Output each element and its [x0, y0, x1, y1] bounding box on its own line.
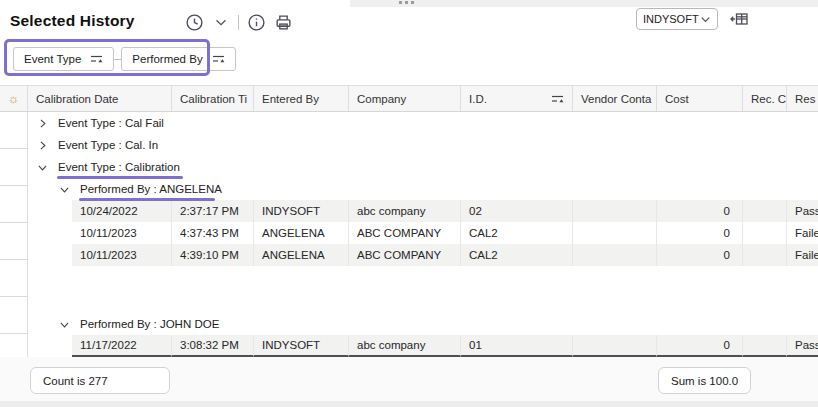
cell-company: ABC COMPANY: [349, 222, 461, 244]
history-clock-button[interactable]: [184, 12, 204, 32]
column-header-result[interactable]: Res: [787, 86, 818, 111]
toolbar: [184, 12, 293, 32]
cell-entered-by: INDYSOFT: [254, 335, 349, 357]
cell-calibration-date: 10/11/2023: [72, 244, 172, 266]
cell-company: ABC COMPANY: [349, 244, 461, 266]
group-row-label: Event Type : Calibration: [58, 161, 180, 173]
collapse-chevron-down-icon[interactable]: [36, 161, 49, 174]
cell-cost: 0: [657, 222, 743, 244]
row-indicator-header[interactable]: ☼: [0, 86, 28, 111]
clock-icon: [185, 13, 204, 32]
toolbar-divider: [238, 15, 239, 30]
cell-entered-by: ANGELENA: [254, 244, 349, 266]
drag-handle[interactable]: [399, 1, 414, 4]
chevron-down-icon: [213, 14, 229, 30]
group-chip-performed-by[interactable]: Performed By: [121, 47, 235, 71]
group-row-cal-fail[interactable]: Event Type : Cal Fail: [28, 112, 818, 134]
cell-rec-cost: [743, 244, 787, 266]
cell-cost: 0: [657, 200, 743, 222]
cell-calibration-time: 4:37:43 PM: [172, 222, 254, 244]
group-by-panel: Event Type Performed By: [13, 47, 236, 71]
info-button[interactable]: [246, 12, 266, 32]
group-gap: [28, 266, 818, 313]
cell-vendor-contact: [573, 244, 657, 266]
group-row-label: Event Type : Cal Fail: [58, 117, 164, 129]
cell-result: Faile: [787, 222, 818, 244]
sun-icon: ☼: [8, 92, 20, 105]
printer-icon: [274, 13, 293, 32]
group-row-john-doe[interactable]: Performed By : JOHN DOE: [28, 313, 818, 335]
table-row[interactable]: 10/24/2022 2:37:17 PM INDYSOFT abc compa…: [28, 200, 818, 222]
page-title: Selected History: [10, 12, 135, 30]
column-header-cost[interactable]: Cost: [657, 86, 743, 111]
print-button[interactable]: [273, 12, 293, 32]
cell-calibration-date: 10/24/2022: [72, 200, 172, 222]
collapse-chevron-down-icon[interactable]: [58, 318, 71, 331]
group-chip-label: Performed By: [132, 53, 202, 65]
cell-company: abc company: [349, 200, 461, 222]
count-summary: Count is 277: [30, 367, 170, 394]
field-list-button[interactable]: [728, 9, 750, 29]
chip-connector: [114, 59, 121, 60]
field-list-icon: [730, 10, 749, 28]
cell-vendor-contact: [573, 222, 657, 244]
sort-ascending-icon[interactable]: [90, 54, 103, 64]
cell-calibration-time: 3:08:32 PM: [172, 335, 254, 357]
cell-id: 01: [461, 335, 573, 357]
dropdown-chevron-button[interactable]: [211, 12, 231, 32]
expand-chevron-right-icon[interactable]: [36, 117, 49, 130]
cell-rec-cost: [743, 335, 787, 357]
column-header-vendor-contact[interactable]: Vendor Conta: [573, 86, 657, 111]
group-chip-label: Event Type: [24, 53, 81, 65]
column-header-company[interactable]: Company: [349, 86, 461, 111]
group-chip-event-type[interactable]: Event Type: [13, 47, 114, 71]
group-indent: [28, 335, 72, 357]
group-row-calibration[interactable]: Event Type : Calibration: [28, 156, 818, 178]
top-strip: [350, 0, 818, 7]
expand-chevron-right-icon[interactable]: [36, 139, 49, 152]
cell-rec-cost: [743, 222, 787, 244]
sum-summary: Sum is 100.0: [658, 367, 751, 394]
table-row[interactable]: 10/11/2023 4:39:10 PM ANGELENA ABC COMPA…: [28, 244, 818, 266]
cell-entered-by: ANGELENA: [254, 222, 349, 244]
column-header-rec-cost[interactable]: Rec. Co: [743, 86, 787, 111]
collapse-chevron-down-icon[interactable]: [58, 183, 71, 196]
group-row-label: Performed By : ANGELENA: [80, 183, 222, 195]
column-header-entered-by[interactable]: Entered By: [254, 86, 349, 111]
group-row-angelena[interactable]: Performed By : ANGELENA: [28, 178, 818, 200]
table-row[interactable]: 11/17/2022 3:08:32 PM INDYSOFT abc compa…: [28, 335, 818, 357]
chevron-down-icon: [700, 14, 711, 25]
group-row-label: Event Type : Cal. In: [58, 139, 158, 151]
group-row-cal-in[interactable]: Event Type : Cal. In: [28, 134, 818, 156]
cell-cost: 0: [657, 244, 743, 266]
cell-vendor-contact: [573, 335, 657, 357]
cell-rec-cost: [743, 200, 787, 222]
cell-id: CAL2: [461, 222, 573, 244]
group-row-label: Performed By : JOHN DOE: [80, 318, 219, 330]
cell-id: 02: [461, 200, 573, 222]
cell-result: Faile: [787, 244, 818, 266]
cell-calibration-date: 10/11/2023: [72, 222, 172, 244]
sort-ascending-icon[interactable]: [212, 54, 225, 64]
history-grid: ☼ Calibration Date Calibration Ti Entere…: [0, 85, 818, 357]
cell-calibration-date: 11/17/2022: [72, 335, 172, 357]
info-icon: [247, 13, 266, 32]
column-header-label: I.D.: [469, 93, 487, 105]
cell-id: CAL2: [461, 244, 573, 266]
column-header-calibration-time[interactable]: Calibration Ti: [172, 86, 254, 111]
dashboard-source-value: INDYSOFT: [643, 13, 699, 25]
cell-calibration-time: 4:39:10 PM: [172, 244, 254, 266]
dashboard-screen: Selected History INDYSOFT Event Type: [0, 0, 818, 407]
cell-entered-by: INDYSOFT: [254, 200, 349, 222]
table-row[interactable]: 10/11/2023 4:37:43 PM ANGELENA ABC COMPA…: [28, 222, 818, 244]
cell-result: Pass: [787, 200, 818, 222]
row-indicator-column: [0, 112, 28, 357]
group-indent: [28, 244, 72, 266]
cell-cost: 0: [657, 335, 743, 357]
dashboard-source-select[interactable]: INDYSOFT: [636, 8, 718, 30]
column-header-id[interactable]: I.D.: [461, 86, 573, 111]
sort-ascending-icon: [551, 94, 564, 104]
cell-vendor-contact: [573, 200, 657, 222]
column-header-calibration-date[interactable]: Calibration Date: [28, 86, 172, 111]
group-indent: [28, 200, 72, 222]
